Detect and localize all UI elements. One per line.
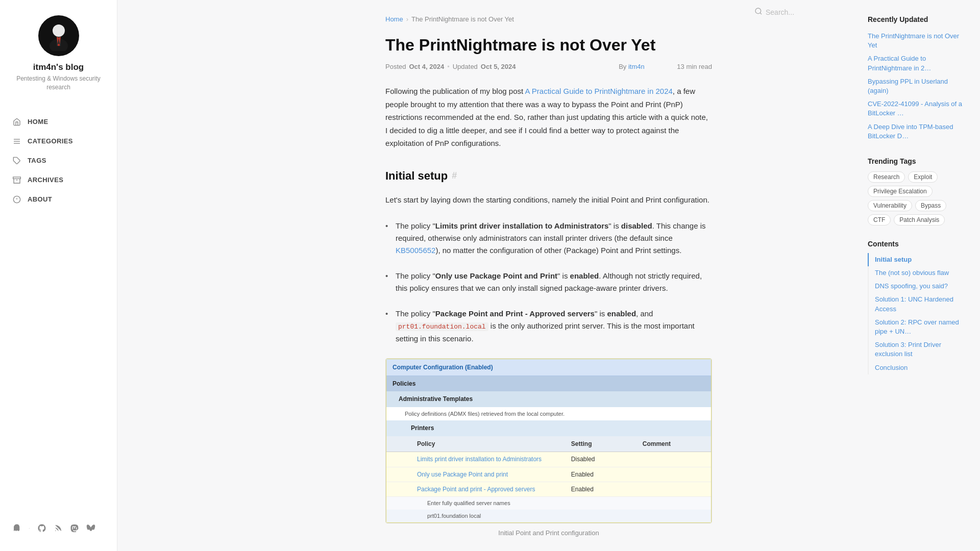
svg-point-15 <box>55 531 56 532</box>
toc-item-1[interactable]: The (not so) obvious flaw <box>868 266 970 280</box>
right-sidebar: Recently Updated The PrintNightmare is n… <box>857 0 980 551</box>
sidebar-item-categories[interactable]: CATEGORIES <box>0 132 117 151</box>
screenshot-section3: Printers <box>386 420 711 436</box>
mastodon-icon[interactable] <box>70 523 79 533</box>
policy-1-name: Limits print driver installation to Admi… <box>435 221 609 230</box>
recent-item-2[interactable]: Bypassing PPL in Userland (again) <box>868 75 970 97</box>
blog-branding: itm4n's blog Pentesting & Windows securi… <box>0 15 117 102</box>
read-time: 13 min read <box>677 63 712 70</box>
policy-2-value: enabled <box>570 271 599 280</box>
sidebar: itm4n's blog Pentesting & Windows securi… <box>0 0 117 551</box>
posted-label: Posted <box>385 63 406 70</box>
sidebar-item-label-about: ABOUT <box>28 195 52 203</box>
svg-rect-5 <box>58 44 60 46</box>
tag-ctf[interactable]: CTF <box>868 214 891 226</box>
screenshot-row1-comment <box>636 452 711 467</box>
kb-link[interactable]: KB5005652 <box>396 246 435 255</box>
recent-item-3[interactable]: CVE-2022-41099 - Analysis of a BitLocker… <box>868 97 970 120</box>
screenshot-row2-policy: Only use Package Point and print <box>386 467 565 482</box>
sidebar-item-label-home: HOME <box>28 118 48 126</box>
recently-updated-title: Recently Updated <box>868 15 970 23</box>
screenshot-row3-policy: Package Point and print - Approved serve… <box>386 482 565 497</box>
heading-anchor-setup[interactable]: # <box>452 168 457 184</box>
tag-bypass[interactable]: Bypass <box>915 200 946 211</box>
svg-line-17 <box>760 13 762 14</box>
sidebar-item-tags[interactable]: TAGS <box>0 151 117 170</box>
screenshot-col-comment: Comment <box>636 436 711 452</box>
recent-item-0[interactable]: The PrintNightmare is not Over Yet <box>868 30 970 52</box>
policy-screenshot: Computer Configuration (Enabled) Policie… <box>385 358 712 523</box>
screenshot-row2-comment <box>636 467 711 482</box>
breadcrumb-home-link[interactable]: Home <box>385 15 403 23</box>
sidebar-navigation: HOME CATEGORIES TAGS <box>0 112 117 515</box>
recent-list: The PrintNightmare is not Over Yet A Pra… <box>868 30 970 143</box>
toc-item-6[interactable]: Conclusion <box>868 361 970 374</box>
dot-separator: · <box>29 525 30 531</box>
screenshot-col-policy: Policy <box>386 436 565 452</box>
screenshot-section2: Administrative Templates <box>386 391 711 407</box>
article-title: The PrintNightmare is not Over Yet <box>385 35 712 55</box>
tag-vulnerability[interactable]: Vulnerability <box>868 200 912 211</box>
screenshot-row3-setting: Enabled <box>565 482 636 497</box>
screenshot-row1-setting: Disabled <box>565 452 636 467</box>
tags-icon <box>12 156 21 165</box>
github-icon[interactable] <box>37 523 46 533</box>
policy-list: The policy "Limits print driver installa… <box>385 216 712 349</box>
toc-list: Initial setup The (not so) obvious flaw … <box>868 253 970 374</box>
rss-icon[interactable] <box>54 523 63 533</box>
sidebar-item-archives[interactable]: ARCHIVES <box>0 170 117 190</box>
screenshot-row1-policy: Limits print driver installation to Admi… <box>386 452 565 467</box>
sidebar-item-about[interactable]: ABOUT <box>0 190 117 209</box>
tag-patch-analysis[interactable]: Patch Analysis <box>894 214 945 226</box>
screenshot-subrow2: prt01.foundation local <box>386 510 711 522</box>
search-bar <box>754 7 847 17</box>
breadcrumb-current: The PrintNightmare is not Over Yet <box>411 15 514 23</box>
svg-point-16 <box>755 8 761 14</box>
tag-exploit[interactable]: Exploit <box>908 171 938 183</box>
bluesky-icon[interactable] <box>86 523 95 533</box>
author-link[interactable]: itm4n <box>628 63 645 70</box>
article-content: Home › The PrintNightmare is not Over Ye… <box>370 0 727 548</box>
policy-item-2: The policy "Only use Package Point and P… <box>385 266 712 298</box>
trending-tags-title: Trending Tags <box>868 157 970 165</box>
intro-paragraph: Following the publication of my blog pos… <box>385 85 712 150</box>
sidebar-item-label-archives: ARCHIVES <box>28 176 63 184</box>
screenshot-row2-setting: Enabled <box>565 467 636 482</box>
screenshot-subrow1: Enter fully qualified server names <box>386 497 711 510</box>
recent-item-1[interactable]: A Practical Guide to PrintNightmare in 2… <box>868 52 970 74</box>
policy-2-name: Only use Package Point and Print <box>435 271 557 280</box>
updated-label: Updated <box>453 63 478 70</box>
blog-name: itm4n's blog <box>33 62 84 72</box>
screenshot-row3-comment <box>636 482 711 497</box>
toc-item-5[interactable]: Solution 3: Print Driver exclusion list <box>868 338 970 361</box>
screenshot-col-setting: Setting <box>565 436 636 452</box>
search-input[interactable] <box>766 8 847 16</box>
recent-item-4[interactable]: A Deep Dive into TPM-based BitLocker D… <box>868 120 970 143</box>
toc-item-4[interactable]: Solution 2: RPC over named pipe + UN… <box>868 316 970 338</box>
article-body: Following the publication of my blog pos… <box>385 85 712 538</box>
section1-intro: Let's start by laying down the starting … <box>385 193 712 207</box>
sidebar-item-home[interactable]: HOME <box>0 112 117 132</box>
blog-description: Pentesting & Windows security research <box>10 74 107 92</box>
tags-container: Research Exploit Privilege Escalation Vu… <box>868 171 970 226</box>
toc-item-3[interactable]: Solution 1: UNC Hardened Access <box>868 293 970 315</box>
screenshot-section1: Policies <box>386 376 711 391</box>
trending-tags-section: Trending Tags Research Exploit Privilege… <box>868 157 970 226</box>
search-icon <box>754 7 763 17</box>
toc-item-0[interactable]: Initial setup <box>868 253 970 266</box>
breadcrumb: Home › The PrintNightmare is not Over Ye… <box>385 15 712 23</box>
tag-privilege-escalation[interactable]: Privilege Escalation <box>868 186 933 197</box>
ghost-icon[interactable] <box>12 523 21 533</box>
toc-item-2[interactable]: DNS spoofing, you said? <box>868 280 970 293</box>
social-links: · <box>0 515 117 541</box>
server-code: prt01.foundation.local <box>396 322 488 331</box>
sidebar-item-label-categories: CATEGORIES <box>28 137 73 145</box>
intro-link[interactable]: A Practical Guide to PrintNightmare in 2… <box>525 87 673 95</box>
avatar <box>38 15 79 56</box>
toc-section: Contents Initial setup The (not so) obvi… <box>868 240 970 374</box>
tag-research[interactable]: Research <box>868 171 905 183</box>
svg-point-0 <box>53 24 65 37</box>
screenshot-table: Policies Administrative Templates Policy… <box>386 376 711 522</box>
svg-rect-10 <box>13 177 21 179</box>
about-icon <box>12 195 21 204</box>
